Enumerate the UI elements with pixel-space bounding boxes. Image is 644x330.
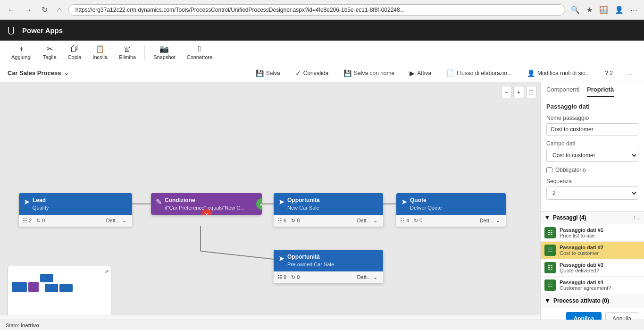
mini-node-opp-pre: [45, 284, 58, 292]
copy-label: Copia: [68, 54, 82, 60]
node-quote-detail-button[interactable]: Dett... ⌄: [478, 217, 502, 225]
activate-button[interactable]: ▶ Attiva: [406, 68, 435, 79]
passaggi-section: ▼ Passaggi (4) ↑ ↓ ☷ Passaggio dati #1 P…: [541, 211, 644, 307]
node-opportunity-preowned-header: ➤ Opportunità Pre-owned Car Sale: [274, 250, 383, 271]
sequence-select[interactable]: 2: [546, 186, 638, 200]
status-value: Inattivo: [21, 322, 39, 328]
tab-properties[interactable]: Proprietà: [587, 86, 614, 97]
passaggi-up-button[interactable]: ↑: [633, 214, 636, 221]
save-button[interactable]: 💾 Salva: [252, 68, 284, 79]
mini-map-expand-icon[interactable]: ⇗: [104, 268, 109, 275]
passaggi-header[interactable]: ▼ Passaggi (4) ↑ ↓: [541, 211, 644, 224]
cut-button[interactable]: ✂ Taglia: [37, 42, 62, 62]
passaggio-text-2: Passaggio dati #2 Cost to customer: [560, 245, 603, 256]
flow-button[interactable]: 📄 Flusso di elaborazio...: [443, 68, 516, 79]
connector-icon: 𞺠: [198, 45, 201, 53]
passaggio-item-4[interactable]: ☷ Passaggio dati #4 Customer agreement?: [541, 276, 644, 294]
mini-node-condition: [28, 282, 39, 292]
validate-button[interactable]: ✓ Convalida: [292, 68, 332, 79]
status-bar: Stato: Inattivo: [0, 320, 644, 330]
app-header: ⋃ Power Apps: [0, 20, 644, 41]
field-data-label: Campo dati: [546, 140, 638, 147]
app-title: Power Apps: [22, 26, 63, 34]
toolbar: + Aggiungi ✂ Taglia 🗍 Copia 📋 Incolla 🗑 …: [0, 41, 644, 64]
node-lead[interactable]: ➤ Lead Qualify ☷ 2 ↻ 0: [19, 193, 132, 227]
snapshot-button[interactable]: 📷 Snapshot: [148, 42, 181, 62]
passaggi-down-button[interactable]: ↓: [637, 214, 640, 221]
node-quote-footer: ☷ 4 ↻ 0 Dett... ⌄: [396, 215, 506, 227]
snapshot-label: Snapshot: [153, 54, 175, 60]
save-icon: 💾: [256, 69, 264, 77]
passaggio-item-2[interactable]: ☷ Passaggio dati #2 Cost to customer: [541, 241, 644, 259]
cut-icon: ✂: [47, 44, 53, 53]
nav-back-button[interactable]: ←: [5, 4, 18, 16]
opportunity-new-icon: ➤: [278, 197, 284, 207]
canvas-area[interactable]: − + □ ➤ Lead Qualify: [0, 82, 540, 330]
canvas-toolbar: − + □: [501, 86, 536, 98]
process-name[interactable]: Car Sales Process ⌄: [8, 69, 69, 76]
toolbar-separator: [144, 45, 145, 60]
node-opportunity-new-footer: ☷ 6 ↻ 0 Dett... ⌄: [274, 215, 383, 227]
node-condition[interactable]: ✎ Condizione if"Car Preference" equals"N…: [151, 193, 262, 215]
save-as-icon: 💾: [343, 69, 351, 77]
cut-label: Taglia: [43, 54, 57, 60]
bookmark-icon[interactable]: ★: [585, 4, 594, 16]
node-lead-title: Lead: [33, 197, 127, 204]
extensions-icon[interactable]: 🪟: [597, 4, 610, 16]
passaggio-item-1[interactable]: ☷ Passaggio dati #1 Price list to use: [541, 224, 644, 241]
paste-button[interactable]: 📋 Incolla: [87, 42, 113, 62]
passaggio-item-3[interactable]: ☷ Passaggio dati #3 Quote delivered?: [541, 259, 644, 276]
add-label: Aggiungi: [11, 54, 32, 60]
processo-header[interactable]: ▼ Processo attivato (0): [541, 294, 644, 307]
passaggio-icon-2: ☷: [544, 245, 556, 256]
opportunity-preowned-title: Opportunità: [287, 254, 378, 261]
flow-icon: ↻: [291, 218, 295, 224]
nav-home-button[interactable]: ⌂: [54, 4, 65, 16]
passaggio-icon-1: ☷: [544, 227, 556, 238]
node-opportunity-preowned[interactable]: ➤ Opportunità Pre-owned Car Sale ☷ 9 ↻: [274, 250, 383, 283]
zoom-out-button[interactable]: −: [501, 86, 511, 98]
zoom-in-button[interactable]: +: [513, 86, 524, 98]
node-quote[interactable]: ➤ Quote Deliver Quote ☷ 4 ↻ 0: [396, 193, 506, 227]
add-button[interactable]: + Aggiungi: [6, 43, 37, 62]
user-icon[interactable]: 👤: [613, 4, 626, 16]
tab-components[interactable]: Componenti: [546, 86, 579, 97]
mini-node-lead: [12, 282, 27, 292]
fit-button[interactable]: □: [526, 86, 536, 98]
browser-bar: ← → ↻ ⌂ 🔍 ★ 🪟 👤 ⋯: [0, 0, 644, 20]
field-name-input[interactable]: [546, 123, 638, 135]
field-data-select[interactable]: Cost to customer: [546, 149, 638, 162]
node-preowned-detail-button[interactable]: Dett... ⌄: [355, 273, 379, 281]
opportunity-new-title: Opportunità: [287, 197, 378, 204]
nav-refresh-button[interactable]: ↻: [39, 3, 50, 16]
quote-icon: ➤: [401, 197, 407, 207]
more-options-icon[interactable]: ⋯: [628, 4, 639, 16]
delete-button[interactable]: 🗑 Elimina: [113, 43, 142, 62]
node-lead-detail-button[interactable]: Dett... ⌄: [104, 217, 128, 225]
more-button[interactable]: ...: [624, 68, 636, 78]
connector-button[interactable]: 𞺠 Connettore: [181, 43, 218, 62]
address-bar[interactable]: [68, 4, 565, 16]
save-as-button[interactable]: 💾 Salva con nome: [340, 68, 398, 79]
node-opportunity-preowned-footer: ☷ 9 ↻ 0 Dett... ⌄: [274, 271, 383, 283]
chevron-down-icon: ⌄: [373, 274, 377, 280]
copy-button[interactable]: 🗍 Copia: [62, 43, 87, 62]
panel-content: Passaggio dati Nome passaggio Campo dati…: [541, 97, 644, 211]
delete-label: Elimina: [119, 54, 136, 60]
mandatory-checkbox[interactable]: [546, 167, 552, 173]
node-opportunity-new[interactable]: ➤ Opportunità New Car Sale ☷ 6 ↻: [274, 193, 383, 227]
copy-icon: 🗍: [71, 45, 78, 53]
nav-forward-button[interactable]: →: [22, 4, 35, 16]
roles-icon: 👤: [527, 69, 535, 77]
chevron-down-icon: ⌄: [373, 218, 377, 224]
node-opportunity-new-detail-button[interactable]: Dett... ⌄: [355, 217, 379, 225]
panel-section-title: Passaggio dati: [546, 103, 638, 110]
passaggio-text-4: Passaggio dati #4 Customer agreement?: [560, 279, 611, 291]
app-grid-icon[interactable]: ⋃: [6, 23, 17, 37]
help-button[interactable]: ? 2: [601, 68, 617, 78]
search-icon-browser[interactable]: 🔍: [569, 4, 582, 16]
roles-button[interactable]: 👤 Modifica ruoli di sic...: [523, 68, 594, 79]
node-lead-sub: Qualify: [33, 204, 127, 211]
passaggi-triangle-icon: ▼: [544, 214, 550, 221]
flow-icon: ↻: [291, 274, 295, 280]
